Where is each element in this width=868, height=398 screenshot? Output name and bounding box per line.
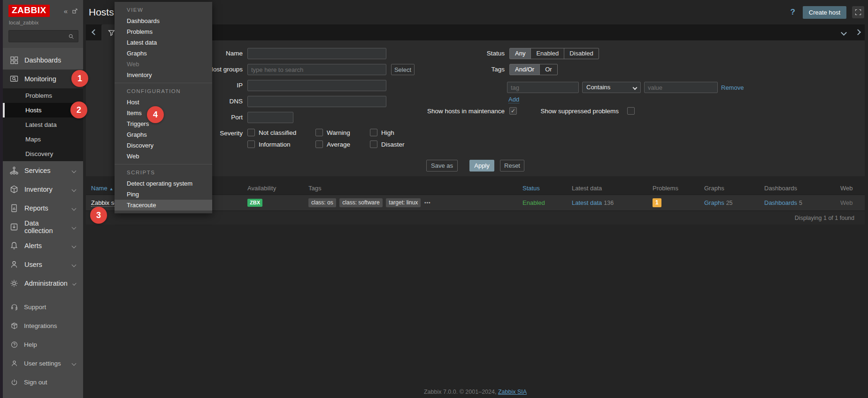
dashboards-link[interactable]: Dashboards [764,199,797,206]
menu-divider [115,164,212,164]
menu-item-detect-os[interactable]: Detect operating system [115,178,212,189]
collapse-sidebar-icon[interactable]: « [64,8,68,15]
ip-input[interactable] [247,80,386,91]
zabbix-sia-link[interactable]: Zabbix SIA [498,389,527,395]
name-input[interactable] [247,48,386,59]
sidebar-item-data-collection[interactable]: Data collection [3,218,83,236]
page-title: Hosts [89,7,114,18]
menu-item-config-graphs[interactable]: Graphs [115,129,212,140]
sidebar-top: ZABBIX « local_zabbix [3,0,83,48]
search-icon[interactable] [68,33,75,40]
show-suppressed-problems-checkbox[interactable] [627,107,635,115]
sidebar-item-users[interactable]: Users [3,255,83,274]
status-option-disabled[interactable]: Disabled [564,48,599,59]
help-button[interactable]: ? [788,8,797,17]
apply-button[interactable]: Apply [469,160,494,172]
host-status[interactable]: Enabled [522,199,572,206]
integrations-icon [10,322,18,330]
sidebar-item-alerts[interactable]: Alerts [3,236,83,255]
tag-name-input[interactable] [507,82,579,93]
menu-item-config-web[interactable]: Web [115,151,212,162]
tag-add-link[interactable]: Add [508,96,519,103]
submenu-item-discovery[interactable]: Discovery [3,147,83,161]
column-header-latest-data: Latest data [572,185,653,192]
sidebar-item-sign-out[interactable]: Sign out [3,373,83,391]
host-groups-input[interactable] [247,64,386,75]
severity-information-checkbox[interactable] [247,140,255,148]
create-host-button[interactable]: Create host [803,6,846,19]
problems-count-badge[interactable]: 1 [653,198,661,207]
menu-item-graphs[interactable]: Graphs [115,48,212,59]
severity-disaster: Disaster [370,140,405,148]
menu-section-configuration: CONFIGURATION [115,86,212,97]
dashboards-icon [9,55,19,65]
user-settings-icon [10,359,18,367]
host-name-link[interactable]: Zabbix se [91,199,117,207]
submenu-item-latest-data[interactable]: Latest data [3,117,83,132]
kiosk-mode-button[interactable] [852,6,864,18]
search-input[interactable] [12,33,68,39]
graphs-link[interactable]: Graphs [704,199,724,206]
tag-remove-link[interactable]: Remove [721,84,744,91]
menu-item-dashboards[interactable]: Dashboards [115,16,212,26]
menu-item-triggers[interactable]: Triggers [115,118,212,129]
tags-operator-or[interactable]: Or [540,64,557,75]
sidebar-item-integrations[interactable]: Integrations [3,316,83,335]
sidebar-item-support[interactable]: Support [3,297,83,316]
menu-item-ping[interactable]: Ping [115,189,212,200]
tag-chip[interactable]: target: linux [386,198,421,207]
sidebar: ZABBIX « local_zabbix Dashboards [3,0,83,398]
sidebar-item-administration[interactable]: Administration [3,274,83,293]
save-as-button[interactable]: Save as [426,160,458,172]
severity-average: Average [315,140,350,148]
tag-chip[interactable]: class: software [339,198,382,207]
tags-operator-andor[interactable]: And/Or [510,64,540,75]
sidebar-item-reports[interactable]: Reports [3,199,83,218]
submenu-item-maps[interactable]: Maps [3,132,83,147]
footer-text: Zabbix 7.0.0. © 2001–2024, [424,389,498,395]
menu-item-host[interactable]: Host [115,97,212,108]
chevron-down-icon [72,281,77,286]
scroll-tabs-left-icon[interactable] [92,29,98,35]
sidebar-item-label: Monitoring [24,75,56,83]
latest-data-link[interactable]: Latest data [572,199,602,206]
collapse-filter-icon[interactable] [841,30,847,36]
sidebar-search[interactable] [8,30,78,42]
status-option-any[interactable]: Any [510,48,531,59]
tag-match-select[interactable]: Contains [582,82,641,93]
severity-high-checkbox[interactable] [370,129,377,136]
menu-item-latest-data[interactable]: Latest data [115,37,212,48]
sidebar-item-dashboards[interactable]: Dashboards [3,51,83,70]
sidebar-item-user-settings[interactable]: User settings [3,354,83,373]
tag-value-input[interactable] [644,82,718,93]
users-icon [9,260,19,269]
administration-icon [9,279,19,288]
severity-average-checkbox[interactable] [315,140,323,148]
menu-item-traceroute[interactable]: Traceroute [115,200,212,211]
port-input[interactable] [247,112,293,123]
menu-item-inventory[interactable]: Inventory [115,70,212,80]
chevron-down-icon [72,243,77,248]
reset-button[interactable]: Reset [500,160,524,172]
sidebar-item-services[interactable]: Services [3,161,83,180]
menu-section-view: VIEW [115,4,212,16]
severity-disaster-checkbox[interactable] [370,140,377,148]
hide-sidebar-icon[interactable] [71,8,78,15]
menu-item-problems[interactable]: Problems [115,26,212,37]
menu-item-discovery[interactable]: Discovery [115,140,212,151]
latest-data-count: 136 [604,200,614,206]
dns-input[interactable] [247,96,386,107]
column-header-status[interactable]: Status [522,185,572,192]
tag-chip[interactable]: class: os [308,198,336,207]
status-option-enabled[interactable]: Enabled [531,48,564,59]
more-tags-icon[interactable]: ••• [424,200,431,205]
sidebar-item-help[interactable]: Help [3,335,83,354]
monitoring-icon [9,74,19,84]
severity-warning-checkbox[interactable] [315,129,323,136]
scroll-tabs-right-icon[interactable] [855,29,861,35]
sidebar-item-inventory[interactable]: Inventory [3,180,83,199]
monitoring-submenu: Problems Hosts Latest data Maps Discover… [3,88,83,161]
severity-not-classified-checkbox[interactable] [247,129,255,136]
submenu-item-problems[interactable]: Problems [3,88,83,103]
host-context-menu: VIEW Dashboards Problems Latest data Gra… [115,2,212,213]
